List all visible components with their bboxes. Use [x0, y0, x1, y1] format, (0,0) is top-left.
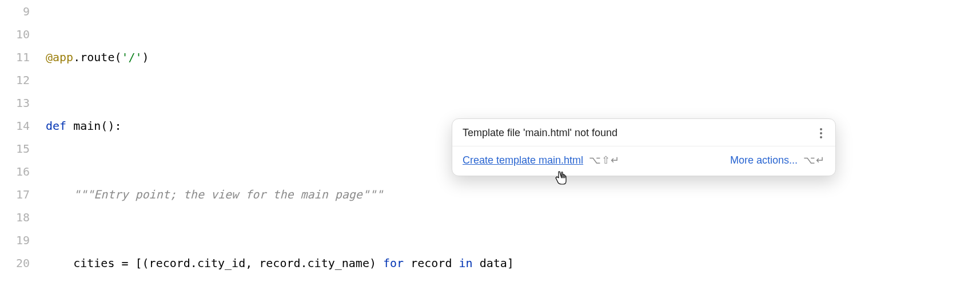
code-text: main():: [73, 119, 121, 133]
line-number: 15: [0, 137, 30, 160]
more-actions-link[interactable]: More actions...: [730, 153, 798, 168]
code-line[interactable]: """Entry point; the view for the main pa…: [46, 183, 980, 206]
code-line[interactable]: cities = [(record.city_id, record.city_n…: [46, 252, 980, 275]
line-number: 11: [0, 46, 30, 69]
inspection-title: Template file 'main.html' not found: [463, 126, 618, 140]
line-number: 9: [0, 0, 30, 23]
line-number: 10: [0, 23, 30, 46]
code-text: .route(: [73, 50, 121, 64]
create-template-link[interactable]: Create template main.html: [463, 153, 583, 168]
code-text: data]: [480, 256, 514, 270]
code-line[interactable]: @app.route('/'): [46, 46, 980, 69]
keyword: for: [383, 256, 411, 270]
code-text: ): [142, 50, 149, 64]
kebab-menu-icon[interactable]: [815, 128, 827, 138]
keyword: in: [459, 256, 480, 270]
line-number: 18: [0, 206, 30, 229]
inspection-popup: Template file 'main.html' not found Crea…: [452, 118, 836, 176]
line-number: 20: [0, 252, 30, 275]
line-number: 13: [0, 92, 30, 114]
decorator: @app: [46, 50, 73, 64]
line-number: 12: [0, 69, 30, 92]
shortcut-hint: ⌥↵: [803, 153, 825, 168]
docstring: """Entry point; the view for the main pa…: [73, 188, 383, 201]
shortcut-hint: ⌥⇧↵: [589, 153, 620, 168]
string-literal: '/': [121, 50, 142, 64]
line-number: 16: [0, 160, 30, 183]
line-number: 19: [0, 229, 30, 252]
line-number-gutter: 9 10 11 12 13 14 15 16 17 18 19 20: [0, 0, 46, 275]
code-text: cities = [(record.city_id, record.city_n…: [73, 256, 383, 270]
line-number: 14: [0, 114, 30, 137]
line-number: 17: [0, 183, 30, 206]
keyword: def: [46, 119, 73, 133]
code-text: record: [411, 256, 459, 270]
